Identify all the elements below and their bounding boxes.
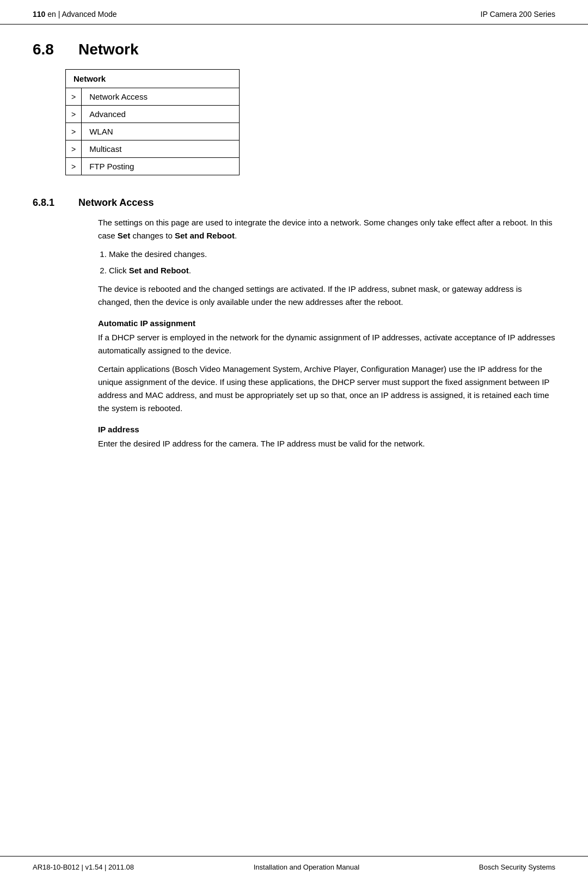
intro-bold-set-reboot: Set and Reboot: [175, 231, 235, 240]
intro-text: The settings on this page are used to in…: [98, 216, 555, 242]
steps-list: Make the desired changes. Click Set and …: [109, 248, 555, 277]
step-2-bold: Set and Reboot: [129, 266, 189, 275]
header-product: IP Camera 200 Series: [481, 10, 555, 19]
intro-bold-set: Set: [118, 231, 130, 240]
network-menu-table: Network > Network Access > Advanced > WL…: [65, 69, 240, 175]
step-2-post: .: [189, 266, 191, 275]
footer-company: Bosch Security Systems: [479, 863, 555, 871]
page-footer: AR18-10-B012 | v1.54 | 2011.08 Installat…: [0, 856, 588, 881]
main-content: 6.8 Network Network > Network Access > A…: [0, 25, 588, 856]
step-1: Make the desired changes.: [109, 248, 555, 261]
table-cell-ftp: FTP Posting: [82, 158, 240, 175]
arrow-cell-5: >: [66, 158, 82, 175]
intro-paragraph: The settings on this page are used to in…: [98, 216, 555, 309]
ip-address-paragraph: Enter the desired IP address for the cam…: [98, 437, 555, 450]
auto-ip-heading: Automatic IP assignment: [98, 319, 555, 328]
page-number: 110: [33, 10, 45, 19]
table-header: Network: [66, 70, 240, 88]
step-2-pre: Click: [109, 266, 129, 275]
page-header: 110 en | Advanced Mode IP Camera 200 Ser…: [0, 0, 588, 25]
table-cell-wlan: WLAN: [82, 123, 240, 140]
arrow-cell-3: >: [66, 123, 82, 140]
header-breadcrumb: en | Advanced Mode: [47, 10, 117, 19]
table-row: > Advanced: [66, 106, 240, 123]
footer-doc-type: Installation and Operation Manual: [254, 863, 359, 871]
table-cell-network-access: Network Access: [82, 88, 240, 106]
table-cell-advanced: Advanced: [82, 106, 240, 123]
arrow-cell-4: >: [66, 140, 82, 158]
intro-end: .: [235, 231, 237, 240]
arrow-cell-2: >: [66, 106, 82, 123]
auto-ip-paragraph-2: Certain applications (Bosch Video Manage…: [98, 363, 555, 415]
table-row: > Multicast: [66, 140, 240, 158]
table-row: > FTP Posting: [66, 158, 240, 175]
section-heading: 6.8 Network: [33, 41, 555, 58]
page-container: 110 en | Advanced Mode IP Camera 200 Ser…: [0, 0, 588, 881]
intro-mid: changes to: [132, 231, 172, 240]
auto-ip-text: If a DHCP server is employed in the netw…: [98, 331, 555, 415]
step-2: Click Set and Reboot.: [109, 264, 555, 277]
ip-address-heading: IP address: [98, 425, 555, 434]
table-cell-multicast: Multicast: [82, 140, 240, 158]
header-left: 110 en | Advanced Mode: [33, 10, 117, 19]
auto-ip-paragraph: If a DHCP server is employed in the netw…: [98, 331, 555, 357]
footer-reference: AR18-10-B012 | v1.54 | 2011.08: [33, 863, 134, 871]
ip-address-text: Enter the desired IP address for the cam…: [98, 437, 555, 450]
table-row: > WLAN: [66, 123, 240, 140]
table-row: > Network Access: [66, 88, 240, 106]
subsection-heading: 6.8.1 Network Access: [33, 197, 555, 209]
step-1-text: Make the desired changes.: [109, 249, 207, 259]
subsection-title: Network Access: [78, 197, 154, 209]
after-steps-text: The device is rebooted and the changed s…: [98, 283, 555, 309]
arrow-cell-1: >: [66, 88, 82, 106]
section-number: 6.8: [33, 41, 65, 58]
subsection-number: 6.8.1: [33, 197, 65, 209]
section-title: Network: [78, 41, 138, 58]
